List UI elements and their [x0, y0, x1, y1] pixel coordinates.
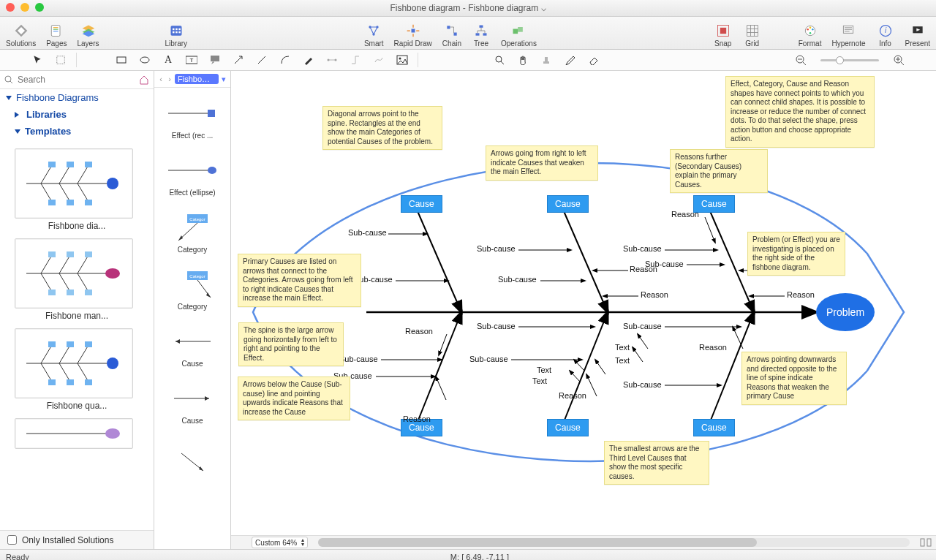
window-title[interactable]: Fishbone diagram - Fishbone diagram ⌵ [390, 3, 546, 13]
maximize-button[interactable] [35, 3, 44, 12]
only-installed-checkbox[interactable]: Only Installed Solutions [0, 530, 154, 549]
shape-item[interactable]: Effect (ellipse) [156, 148, 229, 205]
callout-tool[interactable] [207, 52, 223, 68]
marquee-tool[interactable] [53, 52, 69, 68]
curve-tool[interactable] [277, 52, 293, 68]
lib-next-button[interactable]: › [166, 75, 173, 83]
svg-rect-44 [211, 56, 219, 61]
label-text: Text [615, 356, 630, 365]
layers-button[interactable]: Layers [78, 23, 99, 48]
canvas-area[interactable]: Cause Cause Cause Cause Cause Cause Prob… [231, 71, 936, 549]
svg-rect-81 [67, 290, 74, 295]
group-fishbone[interactable]: Fishbone Diagrams [0, 89, 154, 106]
svg-rect-25 [513, 29, 518, 34]
template-card[interactable] [15, 418, 139, 449]
svg-rect-91 [48, 341, 56, 347]
eraser-tool[interactable] [585, 52, 601, 68]
rect-tool[interactable] [113, 52, 129, 68]
stamp-tool[interactable] [538, 52, 554, 68]
grid-button[interactable]: Grid [743, 23, 762, 48]
smart-connector-tool[interactable] [347, 52, 363, 68]
template-label: Fishbone qua... [15, 401, 139, 411]
spline-tool[interactable] [371, 52, 387, 68]
svg-rect-22 [479, 26, 483, 28]
horizontal-scrollbar[interactable] [318, 538, 910, 547]
home-icon[interactable] [139, 75, 149, 85]
svg-line-59 [78, 165, 88, 183]
pen-tool[interactable] [301, 52, 317, 68]
tree-button[interactable]: Tree [472, 23, 491, 48]
svg-rect-67 [67, 200, 74, 205]
tree-libraries[interactable]: Libraries [0, 106, 154, 123]
template-card[interactable]: Fishbone dia... [15, 148, 139, 231]
cause-box[interactable]: Cause [547, 195, 589, 213]
textbox-tool[interactable]: T [184, 52, 200, 68]
text-tool[interactable]: A [160, 52, 176, 68]
zoom-in-button[interactable] [891, 52, 907, 68]
shape-item[interactable]: Effect (rec ... [156, 91, 229, 148]
svg-marker-112 [206, 292, 211, 298]
image-tool[interactable] [394, 52, 410, 68]
shape-item[interactable]: Cause [156, 319, 229, 376]
arrow-tool[interactable] [230, 52, 246, 68]
shape-item[interactable]: Cause [156, 376, 229, 433]
line-tool[interactable] [254, 52, 270, 68]
note: Reasons further (Secondary Causes) expla… [670, 149, 768, 193]
present-button[interactable]: Present [905, 23, 930, 48]
label-reason: Reason [787, 290, 815, 299]
svg-rect-66 [48, 200, 56, 205]
only-installed-input[interactable] [7, 535, 17, 545]
zoom-tool[interactable] [491, 52, 507, 68]
svg-rect-28 [720, 28, 726, 34]
pages-button[interactable]: Pages [46, 23, 67, 48]
ellipse-tool[interactable] [137, 52, 153, 68]
shape-item[interactable] [156, 433, 229, 490]
hand-tool[interactable] [515, 52, 531, 68]
status-coord: M: [ 6.49, -7.11 ] [450, 553, 509, 560]
svg-line-72 [59, 255, 70, 273]
canvas[interactable]: Cause Cause Cause Cause Cause Cause Prob… [231, 71, 936, 549]
toolbar-label: Info [879, 39, 891, 48]
zoom-select[interactable]: Custom 64%▴▾ [252, 537, 308, 548]
page-nav-icon[interactable] [920, 537, 932, 548]
label-subcause: Sub-cause [339, 355, 378, 363]
chain-button[interactable]: Chain [442, 23, 461, 48]
shape-lib-title[interactable]: Fishbo… [175, 74, 219, 84]
hypernote-button[interactable]: Hypernote [831, 23, 865, 48]
svg-text:i: i [884, 26, 886, 34]
smart-button[interactable]: Smart [364, 23, 384, 48]
svg-line-88 [41, 363, 52, 382]
connector-tool[interactable] [324, 52, 340, 68]
cause-box[interactable]: Cause [547, 419, 589, 436]
cause-box[interactable]: Cause [693, 195, 735, 213]
eyedropper-tool[interactable] [562, 52, 578, 68]
close-button[interactable] [6, 3, 15, 12]
zoom-slider[interactable] [820, 59, 879, 61]
zoom-out-button[interactable] [793, 52, 809, 68]
shape-item[interactable]: CategorCategory [156, 262, 229, 319]
solutions-button[interactable]: Solutions [6, 23, 36, 48]
svg-rect-19 [411, 29, 415, 33]
svg-rect-24 [483, 33, 486, 35]
search-input[interactable] [16, 74, 136, 86]
format-button[interactable]: Format [799, 23, 822, 48]
pointer-tool[interactable] [29, 52, 45, 68]
template-card[interactable]: Fishbone qua... [15, 328, 139, 411]
lib-prev-button[interactable]: ‹ [157, 75, 165, 83]
cause-box[interactable]: Cause [401, 195, 442, 213]
template-card[interactable]: Fishbone man... [15, 238, 139, 321]
svg-rect-39 [57, 56, 65, 64]
problem-node[interactable]: Problem [816, 293, 875, 331]
shape-item[interactable]: CategorCategory [156, 205, 229, 262]
info-button[interactable]: iInfo [876, 23, 895, 48]
rapid-draw-button[interactable]: Rapid Draw [394, 23, 432, 48]
tree-templates[interactable]: Templates [0, 123, 154, 140]
cause-box[interactable]: Cause [693, 419, 735, 436]
library-button[interactable]: Library [165, 23, 188, 48]
lib-menu-button[interactable]: ▾ [220, 75, 227, 84]
toolbar-label: Operations [501, 39, 537, 48]
minimize-button[interactable] [20, 3, 29, 12]
operations-button[interactable]: Operations [501, 23, 537, 48]
svg-line-146 [586, 374, 597, 396]
snap-button[interactable]: Snap [714, 23, 733, 48]
